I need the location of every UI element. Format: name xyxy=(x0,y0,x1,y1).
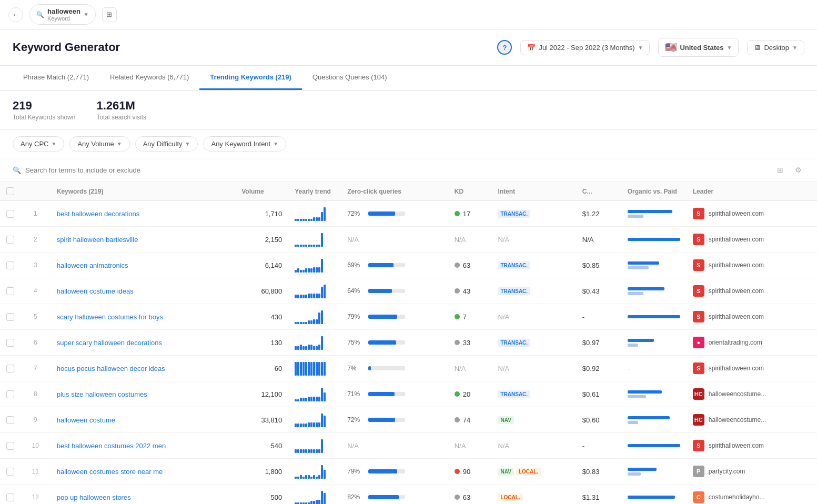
intent-tag: TRANSAC. xyxy=(498,287,530,295)
trend-bar xyxy=(305,295,307,298)
table-row: 4 halloween costume ideas 60,800 64% 43 … xyxy=(0,278,817,304)
col-leader[interactable]: Leader xyxy=(687,182,817,201)
row-checkbox[interactable] xyxy=(6,493,14,501)
kd-dot xyxy=(455,417,460,422)
keyword-link[interactable]: halloween costume ideas xyxy=(57,287,134,295)
table-row: 8 plus size halloween costumes 12,100 71… xyxy=(0,381,817,407)
leader-cell: S spirithalloween.com xyxy=(687,278,817,304)
col-zero-click[interactable]: Zero-click queries xyxy=(341,182,448,201)
trend-spark xyxy=(295,361,335,376)
col-kd[interactable]: KD xyxy=(448,182,492,201)
organic-bar-blue xyxy=(628,468,657,471)
back-button[interactable]: ← xyxy=(8,7,23,22)
filter-btn-0[interactable]: Any CPC▼ xyxy=(13,136,64,152)
row-checkbox[interactable] xyxy=(6,365,14,372)
keyword-link[interactable]: scary halloween costumes for boys xyxy=(57,313,163,321)
device-picker[interactable]: 🖥 Desktop ▼ xyxy=(747,40,804,55)
keyword-link[interactable]: hocus pocus halloween decor ideas xyxy=(57,365,165,372)
keyword-link[interactable]: super scary halloween decorations xyxy=(57,339,162,347)
tab-3[interactable]: Questions Queries (104) xyxy=(302,66,398,90)
filter-btn-1[interactable]: Any Volume▼ xyxy=(69,136,129,152)
organic-cell xyxy=(621,253,687,278)
filter-label-3: Any Keyword Intent xyxy=(211,140,270,148)
zero-click-cell: 64% xyxy=(341,278,448,304)
col-volume[interactable]: Volume xyxy=(235,182,288,201)
trend-bar xyxy=(313,245,315,247)
settings-icon[interactable]: ⚙ xyxy=(792,164,804,176)
row-checkbox[interactable] xyxy=(6,390,14,398)
organic-cell xyxy=(621,330,687,356)
row-checkbox-cell xyxy=(0,356,21,381)
total-visits-label: Total search visits xyxy=(96,114,146,121)
row-checkbox[interactable] xyxy=(6,313,14,321)
organic-bar-light xyxy=(628,472,641,476)
date-picker[interactable]: 📅 Jul 2022 - Sep 2022 (3 Months) ▼ xyxy=(520,40,650,55)
col-trend[interactable]: Yearly trend xyxy=(288,182,341,201)
col-keywords[interactable]: Keywords (219) xyxy=(51,182,236,201)
leader-favicon: S xyxy=(693,208,704,219)
row-checkbox-cell xyxy=(0,304,21,330)
tab-2[interactable]: Trending Keywords (219) xyxy=(199,66,302,90)
keyword-link[interactable]: spirit halloween bartlesville xyxy=(57,236,138,244)
intent-tag: LOCAL. xyxy=(516,468,541,476)
row-checkbox[interactable] xyxy=(6,339,14,347)
tabs-bar: Phrase Match (2,771)Related Keywords (6,… xyxy=(0,66,817,90)
col-intent[interactable]: Intent xyxy=(491,182,576,201)
leader-favicon: S xyxy=(693,234,704,245)
organic-cell xyxy=(621,485,687,505)
help-button[interactable]: ? xyxy=(497,40,512,55)
filter-btn-2[interactable]: Any Difficulty▼ xyxy=(135,136,198,152)
keyword-link[interactable]: plus size halloween costumes xyxy=(57,390,147,398)
country-picker[interactable]: 🇺🇸 United States ▼ xyxy=(658,38,739,57)
leader-cell: S spirithalloween.com xyxy=(687,201,817,227)
add-view-button[interactable]: ⊞ xyxy=(102,7,117,22)
keyword-link[interactable]: halloween costume xyxy=(57,416,115,424)
kd-dot xyxy=(455,288,460,294)
volume-cell: 6,140 xyxy=(235,253,288,278)
keyword-cell: spirit halloween bartlesville xyxy=(51,227,236,253)
row-checkbox[interactable] xyxy=(6,236,14,244)
trend-bar xyxy=(313,319,315,324)
trend-bar xyxy=(300,449,302,453)
trend-cell xyxy=(288,253,341,278)
search-input[interactable] xyxy=(25,166,183,174)
filter-btn-3[interactable]: Any Keyword Intent▼ xyxy=(203,136,286,152)
intent-tags: TRANSAC. xyxy=(498,287,569,295)
keyword-link[interactable]: best halloween decorations xyxy=(57,210,140,218)
trend-bar xyxy=(324,323,326,324)
row-checkbox[interactable] xyxy=(6,468,14,476)
organic-bars xyxy=(628,261,680,269)
keyword-link[interactable]: halloween animatronics xyxy=(57,261,128,269)
row-checkbox[interactable] xyxy=(6,442,14,450)
row-checkbox[interactable] xyxy=(6,261,14,269)
trend-bar xyxy=(305,219,307,221)
col-cpc[interactable]: C... xyxy=(576,182,621,201)
trend-bar xyxy=(316,500,318,504)
tab-0[interactable]: Phrase Match (2,771) xyxy=(13,66,99,90)
row-checkbox[interactable] xyxy=(6,416,14,424)
intent-cell: TRANSAC. xyxy=(491,381,576,407)
row-checkbox[interactable] xyxy=(6,210,14,218)
row-checkbox[interactable] xyxy=(6,287,14,295)
row-number: 6 xyxy=(21,330,51,356)
keyword-cell: super scary halloween decorations xyxy=(51,330,236,356)
cpc-cell: $0.92 xyxy=(576,356,621,381)
trend-bar xyxy=(318,245,320,247)
keyword-link[interactable]: pop up halloween stores xyxy=(57,493,131,501)
zero-click-wrap: 7% xyxy=(347,365,442,372)
col-organic[interactable]: Organic vs. Paid xyxy=(621,182,687,201)
trend-bar xyxy=(321,465,323,479)
leader-wrap: S spirithalloween.com xyxy=(693,311,811,322)
intent-cell: N/A xyxy=(491,304,576,330)
leader-favicon: HC xyxy=(693,388,704,400)
export-excel-icon[interactable]: ⊞ xyxy=(774,164,786,176)
keyword-link[interactable]: halloween costumes store near me xyxy=(57,468,163,476)
intent-none: N/A xyxy=(498,236,509,244)
trend-bar xyxy=(313,501,315,504)
keyword-link[interactable]: best halloween costumes 2022 men xyxy=(57,442,166,450)
summary-total-keywords: 219 Total Keywords shown xyxy=(13,99,75,121)
search-pill[interactable]: 🔍 halloween Keyword ▼ xyxy=(29,4,96,25)
zero-click-bar-bg xyxy=(368,340,405,345)
leader-wrap: P partycity.com xyxy=(693,466,811,477)
tab-1[interactable]: Related Keywords (6,771) xyxy=(99,66,199,90)
